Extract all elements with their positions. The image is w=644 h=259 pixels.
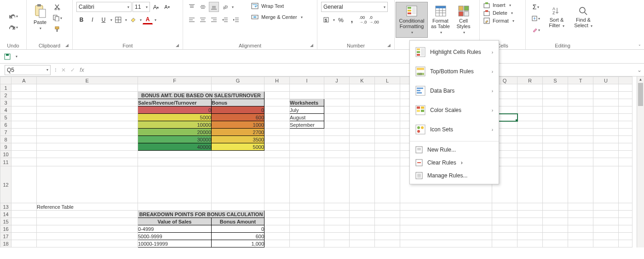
find-select-button[interactable]: Find & Select ▾ <box>571 2 596 32</box>
cf-data-bars[interactable]: Data Bars› <box>410 81 499 100</box>
format-painter-button[interactable] <box>52 24 63 34</box>
align-middle-button[interactable] <box>198 2 208 12</box>
worksheet-item[interactable]: August <box>290 114 324 121</box>
conditional-formatting-button[interactable]: Conditional Formatting ▾ <box>396 2 428 38</box>
decrease-indent-button[interactable] <box>220 15 230 25</box>
cf-manage-rules[interactable]: Manage Rules... <box>410 169 499 182</box>
increase-decimal-button[interactable]: .00→.0 <box>358 15 368 25</box>
number-launcher[interactable]: ◢ <box>387 43 391 47</box>
row-header[interactable]: 13 <box>0 203 12 211</box>
font-size-combo[interactable]: 11▾ <box>132 2 150 12</box>
font-name-combo[interactable]: Calibri▾ <box>76 2 132 12</box>
row-header[interactable]: 11 <box>0 158 12 166</box>
align-bottom-button[interactable] <box>209 2 219 12</box>
worksheet-item[interactable]: July <box>290 106 324 114</box>
decrease-font-button[interactable]: A▾ <box>162 2 172 12</box>
increase-indent-button[interactable] <box>231 15 241 25</box>
row-header[interactable]: 15 <box>0 218 12 225</box>
alignment-launcher[interactable]: ◢ <box>310 43 313 47</box>
clipboard-launcher[interactable]: ◢ <box>65 43 69 47</box>
align-center-button[interactable] <box>198 15 208 25</box>
column-header[interactable]: J <box>324 77 350 84</box>
orientation-button[interactable]: ab <box>220 2 230 12</box>
row-header[interactable]: 3 <box>0 99 12 106</box>
clear-button[interactable]: ▾ <box>529 25 542 35</box>
row-header[interactable]: 2 <box>0 92 12 99</box>
format-cells-button[interactable]: Format▾ <box>483 18 514 24</box>
accounting-format-button[interactable]: $ <box>321 15 331 25</box>
cf-highlight-cells-rules[interactable]: Highlight Cells Rules› <box>410 42 499 62</box>
underline-button[interactable]: U <box>98 15 109 25</box>
number-format-combo[interactable]: General▾ <box>321 2 388 12</box>
vertical-scrollbar[interactable]: ▲ <box>637 77 644 247</box>
column-header[interactable] <box>0 77 12 84</box>
paste-button[interactable]: Paste▾ <box>30 2 50 32</box>
cf-new-rule[interactable]: New Rule... <box>410 143 499 156</box>
column-header[interactable]: F <box>138 77 212 84</box>
font-launcher[interactable]: ◢ <box>176 43 179 47</box>
row-header[interactable]: 12 <box>0 166 12 203</box>
delete-cells-button[interactable]: Delete▾ <box>483 10 513 16</box>
comma-button[interactable]: , <box>347 15 357 25</box>
cf-icon-sets[interactable]: Icon Sets› <box>410 120 499 139</box>
row-header[interactable]: 10 <box>0 151 12 158</box>
row-header[interactable]: 9 <box>0 143 12 151</box>
column-header[interactable]: R <box>518 77 543 84</box>
column-header[interactable]: T <box>568 77 593 84</box>
percent-button[interactable]: % <box>336 15 346 25</box>
row-header[interactable]: 5 <box>0 114 12 121</box>
column-header[interactable]: L <box>375 77 400 84</box>
row-header[interactable]: 4 <box>0 106 12 114</box>
cf-clear-rules[interactable]: Clear Rules› <box>410 156 499 169</box>
redo-button[interactable]: ▾ <box>8 23 18 33</box>
cut-button[interactable] <box>52 2 63 12</box>
cf-color-scales[interactable]: Color Scales› <box>410 100 499 120</box>
column-header[interactable]: E <box>37 77 138 84</box>
row-header[interactable]: 1 <box>0 84 12 92</box>
column-header[interactable]: H <box>264 77 290 84</box>
row-header[interactable]: 18 <box>0 240 12 247</box>
column-header[interactable]: U <box>593 77 619 84</box>
row-header[interactable]: 7 <box>0 129 12 136</box>
font-color-button[interactable]: A <box>143 15 153 24</box>
worksheet-item[interactable]: September <box>290 121 324 129</box>
row-header[interactable]: 16 <box>0 225 12 233</box>
align-right-button[interactable] <box>209 15 219 25</box>
italic-button[interactable]: I <box>87 15 98 25</box>
column-header[interactable]: S <box>543 77 568 84</box>
insert-cells-button[interactable]: Insert▾ <box>483 2 511 8</box>
align-top-button[interactable] <box>187 2 197 12</box>
cf-top-bottom-rules[interactable]: 10 Top/Bottom Rules› <box>410 62 499 81</box>
column-header[interactable]: I <box>290 77 324 84</box>
format-as-table-button[interactable]: Format as Table ▾ <box>428 2 453 38</box>
autosum-button[interactable]: Σ▾ <box>529 2 542 12</box>
name-box[interactable]: Q5▾ <box>5 65 51 75</box>
column-header[interactable]: G <box>212 77 264 84</box>
row-header[interactable]: 14 <box>0 211 12 218</box>
column-header[interactable]: K <box>350 77 375 84</box>
fx-button[interactable]: fx <box>77 67 86 73</box>
increase-font-button[interactable]: A▴ <box>151 2 161 12</box>
copy-button[interactable]: ▾ <box>52 13 63 23</box>
formula-bar-expand[interactable]: ⌄ <box>635 67 644 73</box>
wrap-text-button[interactable]: Wrap Text <box>248 2 305 10</box>
row-header[interactable]: 17 <box>0 233 12 240</box>
row-header[interactable]: 8 <box>0 136 12 143</box>
column-header[interactable]: A <box>12 77 37 84</box>
qat-customize[interactable]: ▾ <box>16 54 17 59</box>
column-header[interactable] <box>619 77 632 84</box>
save-icon[interactable] <box>4 53 11 60</box>
cell-styles-button[interactable]: Cell Styles ▾ <box>453 2 474 38</box>
bold-button[interactable]: B <box>76 15 86 25</box>
ribbon-collapse-button[interactable]: ⌄ <box>638 42 641 47</box>
decrease-decimal-button[interactable]: .0→.00 <box>369 15 379 25</box>
enter-formula-button[interactable]: ✓ <box>68 67 77 73</box>
row-header[interactable]: 6 <box>0 121 12 129</box>
cancel-formula-button[interactable]: ✕ <box>59 67 68 73</box>
fill-button[interactable]: ▾ <box>529 13 542 24</box>
align-left-button[interactable] <box>187 15 197 25</box>
borders-button[interactable] <box>113 15 123 25</box>
undo-button[interactable]: ▾ <box>8 12 18 22</box>
worksheet-grid[interactable]: AEFGHIJKLQRSTU12BONUS AMT. DUE BASED ON … <box>0 77 644 247</box>
formula-input[interactable] <box>86 65 635 75</box>
